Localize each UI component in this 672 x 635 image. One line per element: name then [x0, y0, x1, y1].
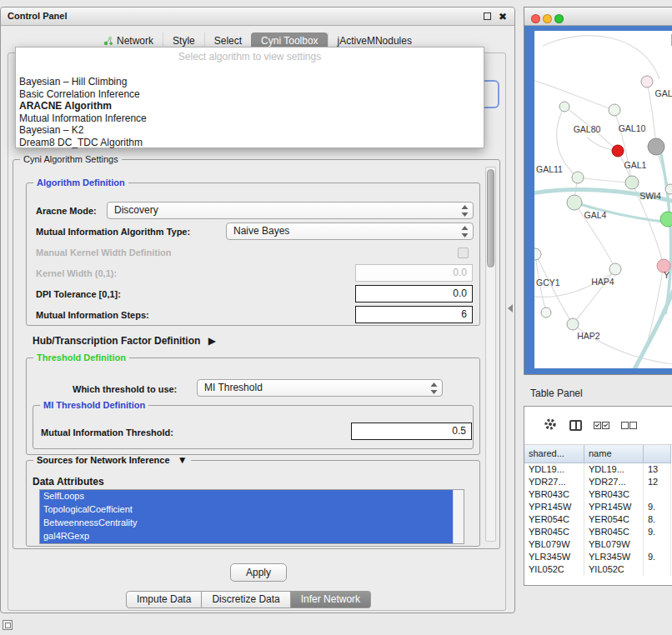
- network-node[interactable]: [660, 212, 672, 227]
- network-titlebar[interactable]: [524, 8, 672, 26]
- mi-threshold-input[interactable]: 0.5: [351, 422, 472, 440]
- mi-type-select[interactable]: Naive Bayes: [226, 222, 474, 240]
- which-threshold-label: Which threshold to use:: [73, 383, 177, 395]
- table-cell: 9.: [644, 501, 671, 513]
- table-cell: 8.: [644, 513, 671, 526]
- network-node-label: GAL11: [536, 164, 563, 174]
- table-row[interactable]: YBR043CYBR043C: [524, 488, 672, 501]
- network-node[interactable]: [559, 102, 569, 112]
- algorithm-option-bayesian-hill-climbing[interactable]: Bayesian – Hill Climbing: [18, 76, 482, 88]
- network-node[interactable]: [567, 195, 582, 210]
- close-traffic-light[interactable]: [531, 14, 540, 23]
- table-header-row: shared...name: [524, 445, 672, 463]
- network-node[interactable]: [625, 176, 639, 189]
- network-canvas[interactable]: GAL80GAL10GAL7GAL11GAL1SWI4GAL4GCY1HAP4H…: [534, 31, 672, 368]
- network-node[interactable]: [612, 145, 624, 157]
- data-attributes-list[interactable]: SelfLoopsTopologicalCoefficientBetweenne…: [39, 489, 464, 544]
- network-node[interactable]: [541, 308, 551, 318]
- expand-arrow-icon[interactable]: ▶: [208, 335, 216, 347]
- column-header-name[interactable]: name: [584, 445, 644, 463]
- network-node[interactable]: [648, 138, 664, 155]
- table-cell: YBL079W: [584, 538, 644, 551]
- sources-group-title[interactable]: Sources for Network Inference ▼: [33, 455, 191, 466]
- bottom-tab-discretize-data[interactable]: Discretize Data: [202, 591, 290, 608]
- network-node[interactable]: [609, 104, 620, 116]
- algorithm-option-aracne-algorithm[interactable]: ARACNE Algorithm: [18, 100, 482, 112]
- table-row[interactable]: YLR345WYLR345W9.: [524, 551, 672, 563]
- hub-definition-section[interactable]: Hub/Transcription Factor Definition ▶: [33, 335, 216, 347]
- zoom-traffic-light[interactable]: [554, 14, 564, 23]
- table-cell: YDR27...: [524, 476, 584, 488]
- hub-definition-label: Hub/Transcription Factor Definition: [33, 335, 200, 347]
- dpi-tolerance-input[interactable]: 0.0: [355, 285, 473, 302]
- algorithm-option-bayesian-k2[interactable]: Bayesian – K2: [18, 124, 482, 137]
- table-row[interactable]: YDR27...YDR27...12: [524, 476, 672, 488]
- table-panel-title: Table Panel: [530, 388, 583, 399]
- bottom-tab-impute-data[interactable]: Impute Data: [126, 591, 202, 608]
- data-attributes-label: Data Attributes: [33, 476, 104, 488]
- table-row[interactable]: YIL052CYIL052C: [524, 563, 672, 576]
- table-row[interactable]: YPR145WYPR145W9.: [524, 501, 672, 513]
- apply-button[interactable]: Apply: [230, 563, 287, 582]
- network-edge[interactable]: [587, 138, 612, 150]
- data-attribute-item-betweennesscentrality[interactable]: BetweennessCentrality: [40, 517, 464, 530]
- network-edge[interactable]: [659, 146, 671, 314]
- network-node[interactable]: [665, 184, 672, 194]
- collapse-arrow-icon[interactable]: ▼: [178, 454, 188, 466]
- algorithm-option-dream8-dc-tdc-algorithm[interactable]: Dream8 DC_TDC Algorithm: [18, 137, 482, 149]
- data-attribute-item-gal4rgexp[interactable]: gal4RGexp: [40, 530, 464, 543]
- table-row[interactable]: YBR045CYBR045C9.: [524, 526, 672, 538]
- table-row[interactable]: YER054CYER054C8.: [524, 513, 672, 526]
- select-all-columns-icon[interactable]: [594, 422, 609, 429]
- aracne-mode-value: Discovery: [114, 204, 158, 216]
- table-cell: 13: [644, 463, 671, 476]
- scrollbar-thumb[interactable]: [487, 169, 494, 268]
- control-panel-titlebar[interactable]: Control Panel ✖: [1, 8, 514, 26]
- data-attribute-item-topologicalcoefficient[interactable]: TopologicalCoefficient: [40, 503, 464, 517]
- column-header-shared[interactable]: shared...: [524, 445, 584, 463]
- table-panel-window: shared...name YDL19...YDL19...13YDR27...…: [524, 406, 672, 586]
- network-frame: GAL80GAL10GAL7GAL11GAL1SWI4GAL4GCY1HAP4H…: [524, 26, 672, 374]
- table-cell: YER054C: [524, 513, 584, 526]
- deselect-all-columns-icon[interactable]: [621, 422, 637, 429]
- network-icon: [103, 36, 113, 46]
- kernel-width-input[interactable]: 0.0: [355, 264, 473, 282]
- table-row[interactable]: YBL079WYBL079W: [524, 538, 672, 551]
- table-cell: YBR043C: [584, 488, 644, 501]
- minimize-traffic-light[interactable]: [543, 14, 552, 23]
- gear-icon[interactable]: [543, 417, 558, 435]
- dock-panel-icon[interactable]: [3, 620, 13, 630]
- network-node[interactable]: [609, 263, 621, 275]
- columns-icon[interactable]: [569, 420, 582, 431]
- network-node[interactable]: [572, 172, 584, 183]
- data-attribute-item-selfloops[interactable]: SelfLoops: [40, 490, 464, 503]
- column-header-extra[interactable]: [644, 445, 671, 463]
- network-edge[interactable]: [578, 178, 632, 182]
- list-scrollbar[interactable]: [453, 490, 464, 543]
- network-node-label: GAL80: [574, 124, 601, 134]
- window-title: Control Panel: [8, 11, 68, 21]
- which-threshold-select[interactable]: MI Threshold: [197, 379, 443, 397]
- network-node[interactable]: [534, 248, 541, 260]
- network-edge[interactable]: [543, 36, 659, 79]
- algorithm-option-basic-correlation-inference[interactable]: Basic Correlation Inference: [18, 88, 482, 101]
- table-cell: 9.: [644, 526, 671, 538]
- mi-threshold-group-title: MI Threshold Definition: [40, 400, 148, 411]
- dropdown-placeholder: Select algorithm to view settings: [16, 51, 484, 62]
- table-cell: YDR27...: [584, 476, 644, 488]
- panel-collapse-handle[interactable]: [508, 304, 513, 312]
- dpi-tolerance-label: DPI Tolerance [0,1]:: [36, 288, 121, 300]
- algorithm-option-mutual-information-inference[interactable]: Mutual Information Inference: [18, 112, 482, 125]
- network-edge[interactable]: [534, 79, 614, 110]
- network-node[interactable]: [567, 318, 579, 330]
- combo-arrows-icon: [460, 204, 469, 222]
- network-node[interactable]: [641, 76, 653, 88]
- close-icon[interactable]: ✖: [499, 10, 507, 23]
- bottom-tab-infer-network[interactable]: Infer Network: [291, 591, 371, 608]
- settings-scrollbar[interactable]: [485, 167, 496, 542]
- manual-kernel-checkbox[interactable]: [458, 248, 469, 258]
- table-row[interactable]: YDL19...YDL19...13: [524, 463, 672, 476]
- mi-steps-input[interactable]: 6: [355, 306, 473, 323]
- aracne-mode-select[interactable]: Discovery: [107, 202, 474, 219]
- restore-icon[interactable]: [484, 12, 491, 20]
